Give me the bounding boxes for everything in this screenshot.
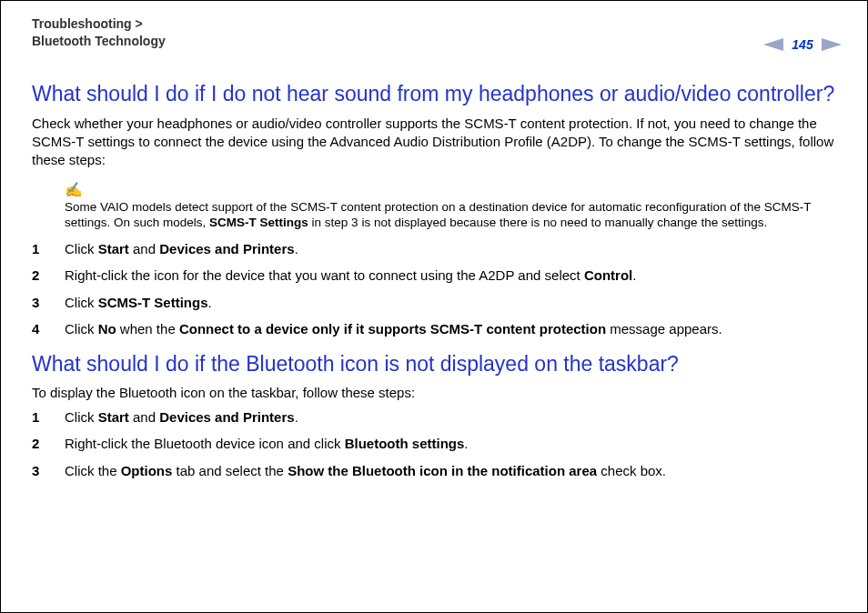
section1-title: What should I do if I do not hear sound … <box>32 81 842 107</box>
step-number: 3 <box>32 462 39 480</box>
breadcrumb-separator: > <box>136 16 143 31</box>
section1-intro: Check whether your headphones or audio/v… <box>32 115 842 170</box>
step-text: . <box>295 409 298 425</box>
step-bold: No <box>98 321 116 337</box>
step-text: and <box>129 241 159 256</box>
note-block: ✍ Some VAIO models detect support of the… <box>65 183 842 231</box>
breadcrumb-topic: Bluetooth Technology <box>32 34 166 48</box>
page-nav: 145 <box>763 35 842 54</box>
step-number: 4 <box>32 320 39 338</box>
step-item: 2 Right-click the Bluetooth device icon … <box>32 435 842 453</box>
note-post: in step 3 is not displayed because there… <box>308 216 767 229</box>
section1-steps: 1 Click Start and Devices and Printers. … <box>32 240 842 338</box>
note-icon: ✍ <box>65 183 842 197</box>
section2-intro: To display the Bluetooth icon on the tas… <box>32 384 842 402</box>
step-bold: Devices and Printers <box>159 241 294 256</box>
section2-title: What should I do if the Bluetooth icon i… <box>32 351 842 377</box>
step-text: . <box>464 436 468 451</box>
breadcrumb-section: Troubleshooting <box>32 16 132 31</box>
step-number: 1 <box>32 408 39 427</box>
prev-page-arrow-icon[interactable] <box>763 38 783 51</box>
step-text: Click <box>65 241 98 256</box>
header-row: Troubleshooting > Bluetooth Technology 1… <box>32 15 842 54</box>
step-text: check box. <box>597 463 666 478</box>
step-text: . <box>295 241 298 256</box>
breadcrumb: Troubleshooting > Bluetooth Technology <box>32 15 166 50</box>
step-item: 4 Click No when the Connect to a device … <box>32 320 842 338</box>
step-item: 1 Click Start and Devices and Printers. <box>32 240 842 258</box>
step-bold: SCMS-T Settings <box>98 295 208 310</box>
note-text: Some VAIO models detect support of the S… <box>65 199 842 231</box>
step-bold: Connect to a device only if it supports … <box>179 321 606 337</box>
step-item: 3 Click SCMS-T Settings. <box>32 294 842 312</box>
step-text: Right-click the icon for the device that… <box>65 267 584 283</box>
step-bold: Devices and Printers <box>159 409 294 425</box>
step-text: . <box>632 267 636 283</box>
step-text: Click <box>65 409 98 425</box>
step-text: when the <box>116 321 179 337</box>
next-page-arrow-icon[interactable] <box>822 38 842 51</box>
step-bold: Start <box>98 409 129 425</box>
step-text: Click <box>65 295 98 310</box>
section2-steps: 1 Click Start and Devices and Printers. … <box>32 408 842 480</box>
page-container: Troubleshooting > Bluetooth Technology 1… <box>0 0 868 613</box>
step-text: Click <box>65 321 98 337</box>
note-bold: SCMS-T Settings <box>209 216 308 229</box>
step-text: Click the <box>65 463 121 478</box>
step-text: and <box>129 409 159 425</box>
step-text: tab and select the <box>172 463 288 478</box>
step-item: 2 Right-click the icon for the device th… <box>32 266 842 285</box>
step-number: 2 <box>32 435 39 453</box>
svg-marker-1 <box>822 38 842 51</box>
step-text: . <box>208 295 212 310</box>
step-number: 3 <box>32 294 39 312</box>
step-bold: Control <box>584 267 632 283</box>
step-bold: Bluetooth settings <box>345 436 465 451</box>
step-text: Right-click the Bluetooth device icon an… <box>65 436 345 451</box>
svg-marker-0 <box>763 38 783 51</box>
step-item: 3 Click the Options tab and select the S… <box>32 462 842 480</box>
step-text: message appears. <box>606 321 722 337</box>
page-number: 145 <box>787 35 818 54</box>
step-number: 2 <box>32 266 39 285</box>
step-bold: Show the Bluetooth icon in the notificat… <box>288 463 597 478</box>
step-number: 1 <box>32 240 39 258</box>
step-bold: Start <box>98 241 129 256</box>
step-bold: Options <box>121 463 173 478</box>
step-item: 1 Click Start and Devices and Printers. <box>32 408 842 427</box>
